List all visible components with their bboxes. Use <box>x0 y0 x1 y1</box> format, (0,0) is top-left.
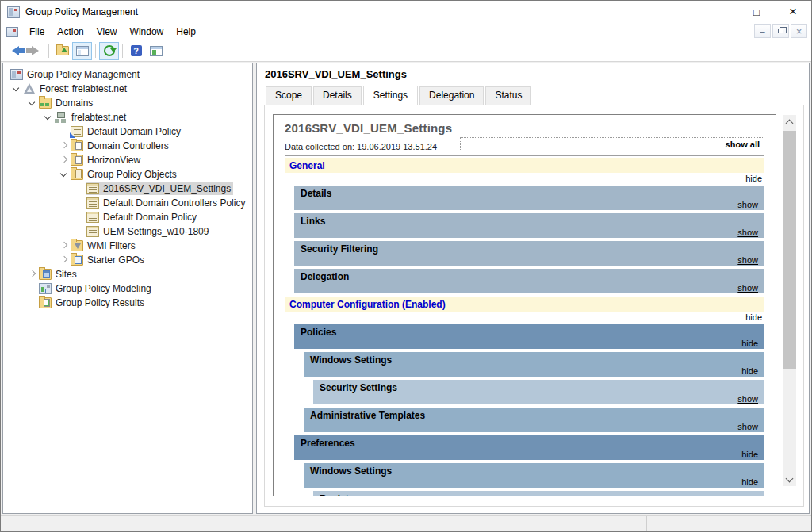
expander-expanded-icon[interactable] <box>25 97 38 109</box>
delegation-toggle-link[interactable]: show <box>737 283 758 293</box>
tab-strip: Scope Details Settings Delegation Status <box>264 86 804 105</box>
tree-item-domains[interactable]: Domains <box>3 96 252 110</box>
expander-collapsed-icon[interactable] <box>57 254 70 266</box>
security-settings-toggle-link[interactable]: show <box>737 394 758 404</box>
tab-details[interactable]: Details <box>313 86 362 105</box>
tab-scope[interactable]: Scope <box>266 86 312 105</box>
expander-placeholder <box>73 182 86 195</box>
preferences-toggle-link[interactable]: hide <box>741 450 758 459</box>
subsection-policies: Policieshide <box>294 324 764 349</box>
forward-button[interactable] <box>25 42 45 60</box>
tree-item-gpo-uem-settings-w10-1809[interactable]: UEM-Settings_w10-1809 <box>3 224 252 239</box>
subsection-preferences: Preferenceshide <box>294 435 764 460</box>
starter-folder-icon <box>71 255 83 266</box>
tree-item-gpo-default-domain-controllers-policy[interactable]: Default Domain Controllers Policy <box>3 196 252 210</box>
expander-collapsed-icon[interactable] <box>57 239 70 252</box>
windows-settings-2-toggle-link[interactable]: hide <box>741 477 758 487</box>
subsection-title-policies: Policies <box>301 327 758 338</box>
close-button[interactable]: × <box>775 1 811 23</box>
tree-item-sites[interactable]: Sites <box>3 267 252 281</box>
show-action-pane-button[interactable] <box>146 42 166 60</box>
gpo-icon <box>86 197 99 209</box>
details-pane: 2016SRV_VDI_UEM_Settings Scope Details S… <box>256 63 810 514</box>
tree-item-gpo-2016srv-vdi-uem-settings[interactable]: 2016SRV_VDI_UEM_Settings <box>3 182 252 196</box>
refresh-button[interactable] <box>99 42 119 60</box>
help-button[interactable]: ? <box>126 42 146 60</box>
administrative-templates-toggle-link[interactable]: show <box>737 422 758 431</box>
mdi-restore-button[interactable] <box>772 24 789 38</box>
tree-item-default-domain-policy-link[interactable]: Default Domain Policy <box>3 124 252 139</box>
subsection-title-security-settings: Security Settings <box>320 382 758 393</box>
expander-expanded-icon[interactable] <box>57 168 70 181</box>
expander-collapsed-icon[interactable] <box>57 140 70 152</box>
security-filtering-toggle-link[interactable]: show <box>737 255 758 265</box>
tree-item-domain-controllers[interactable]: Domain Controllers <box>3 139 252 153</box>
links-toggle-link[interactable]: show <box>737 228 758 237</box>
report-title: 2016SRV_VDI_UEM_Settings <box>285 121 764 135</box>
domain-icon <box>55 112 67 123</box>
toolbar-separator <box>48 44 49 58</box>
tree-item-label: 2016SRV_VDI_UEM_Settings <box>103 183 231 194</box>
policies-toggle-link[interactable]: hide <box>741 339 758 348</box>
gpo-icon <box>86 183 99 194</box>
show-all-link[interactable]: show all <box>460 137 764 151</box>
tree-item-domain-frelabtest[interactable]: frelabtest.net <box>3 110 252 124</box>
subsection-title-links: Links <box>301 216 758 227</box>
scrollbar-down-button[interactable] <box>783 473 796 486</box>
tree-item-group-policy-objects[interactable]: Group Policy Objects <box>3 167 252 182</box>
tree-item-group-policy-results[interactable]: Group Policy Results <box>3 296 252 310</box>
tree-item-starter-gpos[interactable]: Starter GPOs <box>3 253 252 267</box>
menu-window[interactable]: Window <box>124 24 170 40</box>
gpo-link-icon <box>71 126 83 137</box>
tree-item-gpo-default-domain-policy[interactable]: Default Domain Policy <box>3 210 252 224</box>
report-sections: GeneralhideDetailsshowLinksshowSecurity … <box>285 158 764 496</box>
back-button[interactable] <box>6 42 25 60</box>
computer-configuration-enabled-toggle-link[interactable]: hide <box>745 312 762 322</box>
expander-collapsed-icon[interactable] <box>57 154 70 166</box>
menu-help[interactable]: Help <box>170 24 202 40</box>
menu-file[interactable]: File <box>23 24 51 40</box>
tree-item-label: Group Policy Modeling <box>56 283 151 294</box>
tree-item-forest-frelabtest[interactable]: Forest: frelabtest.net <box>3 82 252 96</box>
tab-status[interactable]: Status <box>485 86 531 105</box>
windows-settings-toggle-link[interactable]: hide <box>741 366 758 376</box>
menu-bar: FileActionViewWindowHelp – × <box>1 23 811 40</box>
tree-item-label: Default Domain Controllers Policy <box>103 197 245 209</box>
status-bar <box>1 515 811 531</box>
general-toggle-link[interactable]: hide <box>745 174 762 183</box>
subsection-title-preferences: Preferences <box>301 438 758 449</box>
tree-item-label: UEM-Settings_w10-1809 <box>103 226 209 237</box>
details-toggle-link[interactable]: show <box>737 200 758 209</box>
expander-collapsed-icon[interactable] <box>25 268 38 281</box>
main-area: Group Policy ManagementForest: frelabtes… <box>1 62 811 515</box>
subsection-windows-settings-2: Windows Settingshide <box>304 463 764 488</box>
modeling-icon <box>39 283 52 294</box>
tree-item-group-policy-modeling[interactable]: Group Policy Modeling <box>3 281 252 296</box>
scrollbar-up-button[interactable] <box>783 115 796 128</box>
tab-settings[interactable]: Settings <box>363 86 418 105</box>
subsection-security-filtering: Security Filteringshow <box>294 241 764 266</box>
mdi-close-button[interactable]: × <box>791 24 807 38</box>
tree-item-horizonview[interactable]: HorizonView <box>3 153 252 167</box>
show-console-tree-button[interactable] <box>72 42 92 60</box>
menu-view[interactable]: View <box>90 24 124 40</box>
expander-expanded-icon[interactable] <box>41 111 54 124</box>
maximize-button[interactable]: □ <box>738 1 775 23</box>
tab-delegation[interactable]: Delegation <box>419 86 484 105</box>
expander-expanded-icon[interactable] <box>10 82 22 95</box>
back-arrow-icon <box>12 46 19 55</box>
tree-item-wmi-filters[interactable]: WMI Filters <box>3 239 252 253</box>
minimize-button[interactable]: – <box>702 1 738 23</box>
report-scrollbar[interactable] <box>783 115 796 486</box>
tree-item-label: HorizonView <box>87 155 140 166</box>
mdi-minimize-button[interactable]: – <box>754 24 771 38</box>
data-collected-label: Data collected on: 19.06.2019 13.51.24 <box>285 142 437 151</box>
scrollbar-thumb[interactable] <box>783 131 796 369</box>
gpo-settings-report: 2016SRV_VDI_UEM_Settings Data collected … <box>273 114 776 496</box>
up-one-level-button[interactable] <box>52 42 72 60</box>
tree-item-group-policy-management[interactable]: Group Policy Management <box>3 67 252 82</box>
sites-folder-icon <box>39 269 52 280</box>
menu-action[interactable]: Action <box>51 24 90 40</box>
section-general: Generalhide <box>285 158 764 186</box>
gpo-icon <box>86 226 99 237</box>
